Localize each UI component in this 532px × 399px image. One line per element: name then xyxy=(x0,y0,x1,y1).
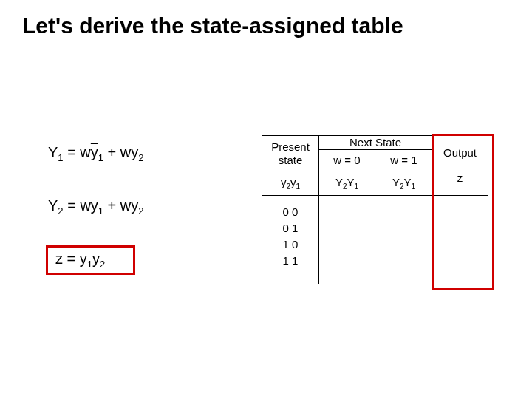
eq-y2-y1-sub: 1 xyxy=(98,205,103,216)
eq-y1-y2-sub: 2 xyxy=(138,152,143,163)
row-10: 1 0 xyxy=(262,236,318,253)
header-present-2: state xyxy=(262,154,318,166)
header-present-1: Present xyxy=(262,140,318,153)
ps-var-y2: y xyxy=(290,176,296,188)
eq-y2-y1: y xyxy=(91,197,98,214)
eq-y1-lhs: Y xyxy=(48,144,58,160)
equation-z: z = y1y2 xyxy=(55,250,105,270)
ns0-var-Y2: Y xyxy=(347,176,355,188)
header-ns-var-w0: Y2Y1 xyxy=(318,176,375,191)
eq-y2-eq: = xyxy=(64,197,81,214)
eq-y2-lhs: Y xyxy=(48,197,58,214)
ns0-var-sub1: 1 xyxy=(355,183,359,191)
ns0-var-Y: Y xyxy=(335,176,343,188)
eq-y1-plus: + wy xyxy=(103,144,138,160)
eq-z-sub2: 2 xyxy=(100,259,105,270)
ns1-var-Y: Y xyxy=(392,176,400,188)
header-ps-var: y2y1 xyxy=(262,176,318,191)
page-title: Let's derive the state-assigned table xyxy=(22,13,403,38)
eq-z-sub1: 1 xyxy=(87,259,92,270)
row-11: 1 1 xyxy=(262,253,318,269)
highlight-box-output xyxy=(432,134,494,290)
equation-y1: Y1 = wy1 + wy2 xyxy=(48,144,144,163)
ns1-var-Y2: Y xyxy=(404,176,412,188)
eq-y2-y2-sub: 2 xyxy=(138,205,143,216)
eq-z-lhs: z = y xyxy=(55,250,87,267)
eq-y1-ybar: y xyxy=(91,144,98,160)
ps-var-sub1: 1 xyxy=(296,183,301,191)
header-ns-var-w1: Y2Y1 xyxy=(375,176,432,191)
eq-z-y2: y xyxy=(92,250,100,267)
header-w0: w = 0 xyxy=(318,154,375,166)
eq-y1-ybar-sub: 1 xyxy=(98,152,103,163)
eq-y1-lhs-sub: 1 xyxy=(58,152,63,163)
equation-y2: Y2 = wy1 + wy2 xyxy=(48,197,144,216)
slide: Let's derive the state-assigned table Y1… xyxy=(0,0,532,399)
header-w1: w = 1 xyxy=(375,154,432,166)
table-hrule-nextstate xyxy=(318,149,432,150)
eq-y2-plus: + wy xyxy=(103,197,138,214)
eq-y2-lhs-sub: 2 xyxy=(58,205,63,216)
ns1-var-sub1: 1 xyxy=(412,183,416,191)
row-01: 0 1 xyxy=(262,220,318,236)
eq-y1-eq: = w xyxy=(64,144,91,160)
eq-y2-w: w xyxy=(80,197,90,214)
row-00: 0 0 xyxy=(262,204,318,220)
header-next-state: Next State xyxy=(318,136,432,149)
